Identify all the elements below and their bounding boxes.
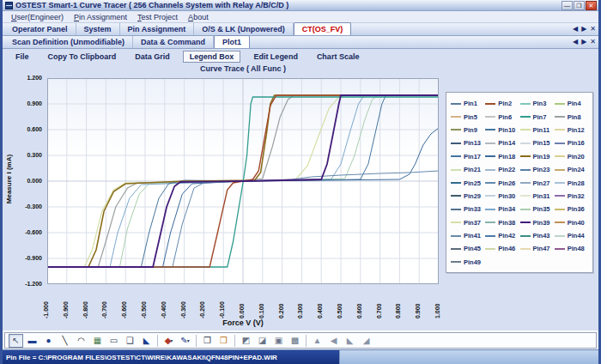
line-tool[interactable]: ╲ (58, 334, 72, 348)
legend-swatch (520, 169, 531, 171)
close-button[interactable]: ✕ (586, 1, 597, 10)
legend-item-pin49: Pin49 (451, 256, 485, 269)
legend-item-pin41: Pin41 (451, 229, 485, 242)
x-tick-label: -0.600 (121, 286, 127, 318)
copy-to-clipboard-button[interactable]: Copy To Clipboard (42, 52, 123, 62)
menu-item-about[interactable]: About (183, 13, 214, 21)
line-color-tool[interactable]: ✎▾ (178, 334, 192, 348)
close-tab-icon[interactable]: ✕ (590, 38, 596, 46)
callout-tool[interactable]: ❑ (123, 334, 137, 348)
select-tool-icon: ↖ (12, 336, 19, 345)
legend-item-pin13: Pin13 (451, 136, 485, 149)
flip-vertical-button[interactable]: ▲ (310, 334, 325, 348)
legend-label: Pin2 (498, 100, 512, 107)
menu-item-user-engineer[interactable]: User(Engineer) (6, 13, 69, 21)
legend-swatch (520, 103, 531, 105)
dropdown-caret-icon[interactable]: ▾ (187, 337, 190, 343)
y-tick-label: 0.000 (3, 178, 42, 184)
scroll-right-icon[interactable]: ▶ (581, 38, 586, 46)
close-tab-icon[interactable]: ✕ (590, 25, 596, 33)
legend-label: Pin29 (464, 192, 481, 200)
x-tick-label: -0.900 (63, 286, 69, 318)
bring-forward-button[interactable]: ▣ (271, 334, 286, 348)
send-to-back-button-icon: ◪ (258, 336, 266, 345)
scroll-right-icon[interactable]: ▶ (581, 25, 586, 33)
paste-button[interactable]: ❒ (216, 334, 231, 348)
tab-o-s-lk-unpowered[interactable]: O/S & LK (Unpowered) (194, 23, 294, 35)
toolbar-divider (306, 335, 307, 347)
x-tick-label: -0.800 (82, 286, 88, 318)
legend-label: Pin14 (498, 139, 515, 147)
send-backward-button[interactable]: ▩ (288, 334, 302, 348)
fill-color-tool[interactable]: ◆▾ (161, 334, 176, 348)
rotate-right-button[interactable]: ◢ (359, 334, 373, 348)
tab-operator-panel[interactable]: Operator Panel (4, 23, 76, 35)
y-tick-label: 0.900 (3, 100, 42, 106)
bring-to-front-button[interactable]: ◩ (239, 334, 253, 348)
legend-swatch (555, 116, 565, 118)
ellipse-tool[interactable]: ● (41, 334, 56, 348)
select-tool[interactable]: ↖ (9, 334, 23, 348)
legend-swatch (520, 209, 531, 210)
legend-item-pin28: Pin28 (555, 176, 589, 189)
legend-label: Pin42 (498, 232, 515, 240)
rectangle-tool[interactable]: ▬ (25, 334, 39, 348)
chart-title: Curve Trace ( All Func ) (47, 64, 439, 73)
data-grid-button[interactable]: Data Grid (129, 52, 176, 62)
tab-ct-os-fv[interactable]: CT(OS_FV) (294, 22, 352, 35)
dropdown-caret-icon[interactable]: ▾ (170, 337, 173, 343)
tab-data-command[interactable]: Data & Command (133, 36, 214, 48)
legend-swatch (555, 169, 565, 171)
legend-swatch (451, 248, 461, 250)
copy-button[interactable]: ❐ (200, 334, 215, 348)
chart-area: Curve Trace ( All Func ) Measure I (mA) … (3, 64, 598, 331)
legend-swatch (520, 182, 531, 184)
file-button[interactable]: File (9, 52, 35, 62)
app-icon (5, 2, 13, 9)
paste-button-icon: ❒ (220, 336, 228, 345)
edit-legend-button[interactable]: Edit Legend (247, 52, 304, 62)
legend-swatch (451, 261, 461, 263)
rotate-left-button[interactable]: ◣ (343, 334, 357, 348)
y-tick-label: -0.600 (3, 229, 42, 235)
scroll-left-icon[interactable]: ◀ (573, 38, 578, 46)
legend-item-pin29: Pin29 (451, 190, 485, 203)
shape-tool[interactable]: ◣ (139, 334, 154, 348)
legend-swatch (451, 182, 461, 184)
tab-scan-definition-unmodifiable[interactable]: Scan Definition (Unmodifiable) (4, 36, 133, 48)
send-to-back-button[interactable]: ◪ (255, 334, 270, 348)
legend-swatch (555, 103, 565, 105)
legend-swatch (520, 129, 531, 130)
legend-label: Pin48 (568, 245, 585, 252)
tab-system[interactable]: System (76, 23, 120, 35)
flip-vertical-button-icon: ▲ (313, 336, 322, 345)
arc-tool[interactable]: ◠ (74, 334, 88, 348)
legend-item-pin15: Pin15 (520, 136, 555, 149)
minimize-button[interactable]: — (562, 1, 573, 10)
tab-plot1[interactable]: Plot1 (214, 35, 250, 48)
legend-label: Pin30 (498, 192, 515, 200)
chart-scale-button[interactable]: Chart Scale (311, 52, 366, 62)
image-tool[interactable]: ▦ (90, 334, 105, 348)
status-bar-spacer (339, 350, 598, 364)
legend-item-pin5: Pin5 (451, 110, 485, 123)
legend-item-pin31: Pin31 (520, 190, 555, 203)
tab-pin-assignment[interactable]: Pin Assignment (120, 23, 195, 35)
legend-item-pin10: Pin10 (485, 124, 519, 136)
legend-swatch (485, 221, 495, 223)
legend-label: Pin22 (498, 166, 515, 173)
flip-horizontal-button[interactable]: ◀ (326, 334, 341, 348)
legend-item-pin6: Pin6 (485, 110, 519, 123)
menu-item-test-project[interactable]: Test Project (132, 13, 183, 21)
legend-box-button[interactable]: Legend Box (183, 51, 241, 63)
textbox-tool[interactable]: ▭ (106, 334, 121, 348)
legend-item-pin35: Pin35 (520, 203, 555, 215)
menu-item-pin-assignment[interactable]: Pin Assignment (69, 13, 132, 21)
legend-item-pin26: Pin26 (485, 176, 519, 189)
scroll-left-icon[interactable]: ◀ (573, 25, 578, 33)
legend-swatch (555, 195, 565, 197)
legend-swatch (485, 103, 495, 105)
restore-button[interactable]: ❐ (574, 1, 585, 10)
x-tick-label: -1.000 (43, 286, 49, 318)
chart-legend: Pin1Pin2Pin3Pin4Pin5Pin6Pin7Pin8Pin9Pin1… (446, 92, 593, 273)
